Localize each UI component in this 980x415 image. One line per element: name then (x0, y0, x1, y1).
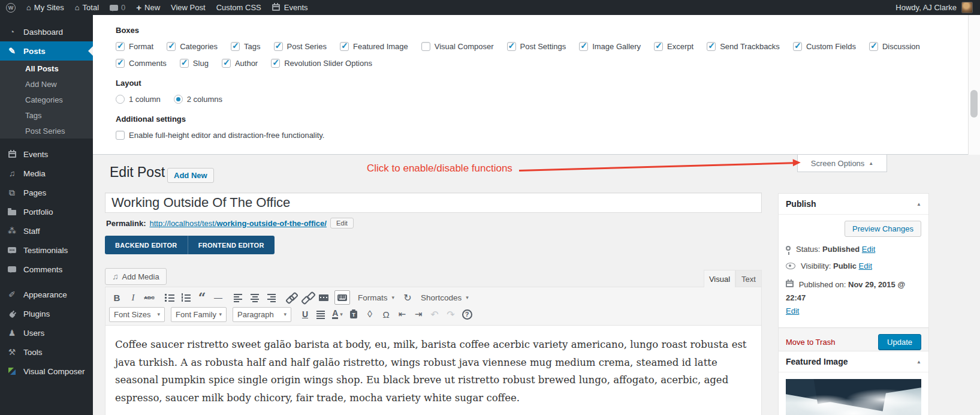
shortcodes-dropdown[interactable]: Shortcodes▾ (416, 290, 474, 305)
text-color-button[interactable]: A▾ (330, 307, 345, 321)
sidebar-item-categories[interactable]: Categories (0, 92, 93, 107)
edit-visibility-link[interactable]: Edit (859, 261, 872, 270)
align-left-button[interactable] (231, 290, 246, 305)
tab-visual[interactable]: Visual (704, 270, 735, 287)
checkbox-discussion[interactable]: Discussion (869, 42, 920, 51)
edit-status-link[interactable]: Edit (862, 245, 875, 254)
featured-image-thumbnail[interactable] (786, 379, 921, 415)
paragraph-style-select[interactable]: Paragraph▾ (233, 307, 291, 322)
sidebar-item-portfolio[interactable]: Portfolio (0, 202, 93, 221)
sidebar-item-users[interactable]: ♟Users (0, 323, 93, 342)
checkbox-enable-full-height-editor-and-distraction-free-functionality[interactable]: Enable full-height editor and distractio… (116, 131, 324, 140)
toolbar-toggle-button[interactable] (334, 290, 350, 305)
checkbox-categories[interactable]: Categories (167, 42, 218, 51)
user-avatar[interactable] (961, 2, 973, 13)
clear-formatting-button[interactable]: ◊ (362, 307, 378, 321)
new-content-menu[interactable]: + New (136, 2, 160, 13)
sidebar-item-comments[interactable]: Comments (0, 260, 93, 279)
comments-bubble[interactable]: 0 (110, 3, 125, 12)
sidebar-item-post-series[interactable]: Post Series (0, 123, 93, 139)
paste-as-text-button[interactable]: T (346, 307, 361, 321)
indent-button[interactable]: ⇥ (411, 307, 426, 321)
my-sites-menu[interactable]: ⌂ My Sites (26, 3, 64, 12)
permalink-link[interactable]: http://localhost/test/working-outside-of… (149, 219, 326, 228)
sidebar-item-plugins[interactable]: Plugins (0, 304, 93, 323)
checkbox-comments[interactable]: Comments (116, 59, 167, 68)
preview-changes-button[interactable]: Preview Changes (845, 221, 921, 237)
scrollbar-thumb[interactable] (970, 90, 978, 118)
sidebar-item-events[interactable]: Events (0, 145, 93, 164)
checkbox-custom-fields[interactable]: Custom Fields (793, 42, 856, 51)
strikethrough-button[interactable]: ABC (141, 290, 157, 305)
post-title-input[interactable] (105, 193, 762, 213)
panel-toggle-icon[interactable]: ▲ (916, 202, 921, 207)
redo-button[interactable]: ↷ (443, 307, 459, 321)
edit-permalink-button[interactable]: Edit (330, 218, 354, 228)
add-new-button[interactable]: Add New (167, 168, 214, 183)
checkbox-post-series[interactable]: Post Series (274, 42, 327, 51)
custom-css-link[interactable]: Custom CSS (216, 3, 261, 12)
sidebar-item-tools[interactable]: ⚒Tools (0, 342, 93, 362)
scrollbar-track[interactable] (968, 15, 980, 155)
radio-2-columns[interactable]: 2 columns (174, 95, 222, 104)
checkbox-revolution-slider-options[interactable]: Revolution Slider Options (271, 59, 372, 68)
font-sizes-select[interactable]: Font Sizes▾ (109, 307, 165, 322)
refresh-button[interactable]: ↻ (400, 290, 415, 305)
blockquote-button[interactable]: “ (194, 290, 210, 305)
italic-button[interactable]: I (125, 290, 141, 305)
checkbox-send-trackbacks[interactable]: Send Trackbacks (707, 42, 780, 51)
align-center-button[interactable] (247, 290, 263, 305)
featured-image-panel-header[interactable]: Featured Image ▲ (779, 351, 928, 372)
checkbox-excerpt[interactable]: Excerpt (654, 42, 693, 51)
sidebar-item-staff[interactable]: ⁂Staff (0, 221, 93, 240)
events-menu[interactable]: Events (272, 3, 308, 12)
horizontal-rule-button[interactable]: — (210, 290, 226, 305)
move-to-trash-link[interactable]: Move to Trash (786, 338, 835, 347)
special-character-button[interactable]: Ω (378, 307, 394, 321)
sidebar-item-tags[interactable]: Tags (0, 107, 93, 123)
site-name-menu[interactable]: ⌂ Total (75, 3, 99, 12)
remove-link-button[interactable] (300, 290, 315, 305)
screen-options-tab[interactable]: Screen Options ▲ (797, 155, 887, 172)
backend-editor-button[interactable]: BACKEND EDITOR (105, 236, 188, 254)
checkbox-slug[interactable]: Slug (180, 59, 209, 68)
read-more-button[interactable] (316, 290, 331, 305)
howdy-account-menu[interactable]: Howdy, AJ Clarke (895, 3, 957, 12)
underline-button[interactable]: U (297, 307, 313, 321)
frontend-editor-button[interactable]: FRONTEND EDITOR (188, 236, 275, 254)
sidebar-item-posts[interactable]: ✎Posts (0, 41, 93, 61)
font-family-select[interactable]: Font Family▾ (171, 307, 227, 322)
panel-toggle-icon[interactable]: ▲ (916, 359, 921, 365)
checkbox-tags[interactable]: Tags (231, 42, 260, 51)
bold-button[interactable]: B (109, 290, 125, 305)
outdent-button[interactable]: ⇤ (394, 307, 410, 321)
formats-dropdown[interactable]: Formats▾ (353, 290, 399, 305)
sidebar-item-pages[interactable]: ⧉Pages (0, 183, 93, 202)
checkbox-author[interactable]: Author (222, 59, 258, 68)
align-right-button[interactable] (263, 290, 279, 305)
sidebar-item-dashboard[interactable]: ◔Dashboard (0, 22, 93, 41)
sidebar-item-add-new[interactable]: Add New (0, 76, 93, 92)
help-button[interactable]: ? (459, 307, 475, 321)
update-button[interactable]: Update (878, 334, 921, 350)
wordpress-menu[interactable]: W (6, 3, 16, 13)
checkbox-format[interactable]: Format (116, 42, 153, 51)
add-media-button[interactable]: ♫ Add Media (105, 268, 167, 285)
numbered-list-button[interactable] (178, 290, 194, 305)
checkbox-image-gallery[interactable]: Image Gallery (579, 42, 641, 51)
sidebar-item-all-posts[interactable]: All Posts (0, 61, 93, 76)
radio-1-column[interactable]: 1 column (116, 95, 161, 104)
sidebar-item-visual-composer[interactable]: Visual Composer (0, 362, 93, 381)
checkbox-featured-image[interactable]: Featured Image (340, 42, 408, 51)
justify-button[interactable] (313, 307, 329, 321)
bullet-list-button[interactable] (162, 290, 177, 305)
sidebar-item-appearance[interactable]: ✐Appearance (0, 285, 93, 304)
publish-panel-header[interactable]: Publish ▲ (779, 194, 928, 215)
view-post-link[interactable]: View Post (171, 3, 206, 12)
tab-text[interactable]: Text (735, 270, 762, 287)
sidebar-item-media[interactable]: ♫Media (0, 164, 93, 183)
sidebar-item-testimonials[interactable]: Testimonials (0, 240, 93, 260)
edit-date-link[interactable]: Edit (786, 306, 799, 315)
editor-content-area[interactable]: Coffee saucer ristretto sweet galão bari… (105, 326, 761, 415)
undo-button[interactable]: ↶ (427, 307, 442, 321)
